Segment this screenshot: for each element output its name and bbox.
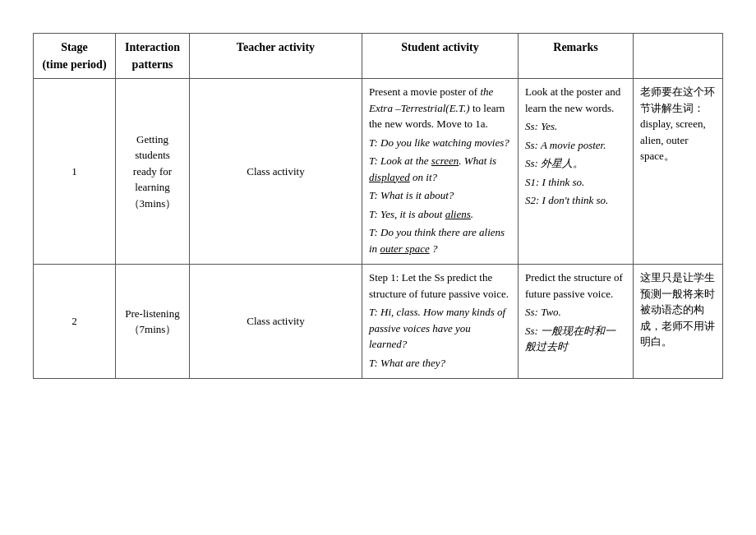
header-remarks: Remarks <box>519 34 634 79</box>
header-interaction: Interaction patterns <box>116 34 190 79</box>
row1-interaction: Class activity <box>190 79 362 265</box>
table-row: 1 Getting students ready for learning（3m… <box>34 79 723 265</box>
header-student: Student activity <box>362 34 519 79</box>
header-stage: Stage (time period) <box>34 34 116 79</box>
row2-teacher-activity: Step 1: Let the Ss predict the structure… <box>362 265 519 379</box>
row2-remarks: 这里只是让学生预测一般将来时被动语态的构成，老师不用讲明白。 <box>634 265 723 379</box>
row2-row-num: 2 <box>34 265 116 379</box>
table-row: 2 Pre-listening（7mins） Class activity St… <box>34 265 723 379</box>
header-teacher: Teacher activity <box>190 34 362 79</box>
row1-teacher-activity: Present a movie poster of the Extra –Ter… <box>362 79 519 265</box>
row2-student-activity: Predict the structure of future passive … <box>519 265 634 379</box>
lesson-plan-table: Stage (time period) Interaction patterns… <box>33 33 723 379</box>
row2-interaction: Class activity <box>190 265 362 379</box>
row1-student-activity: Look at the poster and learn the new wor… <box>519 79 634 265</box>
main-table-wrapper: Stage (time period) Interaction patterns… <box>33 33 723 379</box>
row1-stage: Getting students ready for learning（3min… <box>116 79 190 265</box>
row1-remarks: 老师要在这个环节讲解生词： display, screen, alien, ou… <box>634 79 723 265</box>
row1-row-num: 1 <box>34 79 116 265</box>
row2-stage: Pre-listening（7mins） <box>116 265 190 379</box>
